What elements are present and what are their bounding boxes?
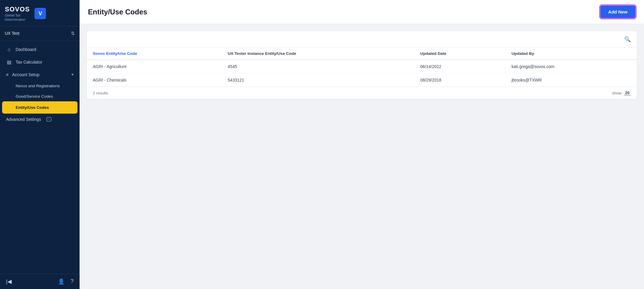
col-sovos-code[interactable]: Sovos Entity/Use Code [87,48,222,60]
cell-updated-date-0: 06/14/2022 [414,60,506,73]
header-row: Sovos Entity/Use Code UX Tester Instance… [87,48,637,60]
show-label: show [612,91,621,95]
account-setup-chevron: ▾ [71,72,74,77]
sidebar-item-nexus[interactable]: Nexus and Registrations [0,81,80,91]
sidebar-header: SOVOS Global TaxDetermination V [0,0,80,26]
sidebar-item-tax-calculator[interactable]: ▤ Tax Calculator [0,56,80,69]
dashboard-label: Dashboard [16,47,36,52]
footer-icons: 👤 ? [58,278,74,285]
sovos-logo: SOVOS Global TaxDetermination [5,5,30,22]
col-updated-by: Updated By [506,48,637,60]
sidebar-item-good-service-codes[interactable]: Good/Service Codes [0,91,80,102]
table-row[interactable]: AGRI - Chemicals 5433121 08/29/2018 jbro… [87,73,637,87]
home-icon: ⌂ [6,47,12,52]
content-area: 🔍 Sovos Entity/Use Code UX Tester Instan… [80,24,644,289]
account-setup-subnav: Nexus and Registrations Good/Service Cod… [0,81,80,113]
logo-tagline: Global TaxDetermination [5,13,30,22]
external-link-icon [47,117,51,121]
add-new-button[interactable]: Add New [600,5,636,18]
advanced-settings-label: Advanced Settings [6,117,41,122]
main-nav: ⌂ Dashboard ▤ Tax Calculator ≡ Account S… [0,41,80,274]
tenant-name: UX Test [5,31,20,36]
cell-instance-code-1: 5433121 [222,73,414,87]
sidebar-item-entity-use-codes[interactable]: Entity/Use Codes [3,102,77,113]
account-setup-label: Account Setup [12,72,68,77]
table-toolbar: 🔍 [87,31,637,48]
tax-calculator-label: Tax Calculator [16,60,42,64]
nexus-label: Nexus and Registrations [16,84,60,88]
entity-use-codes-label: Entity/Use Codes [16,105,49,110]
cell-sovos-code-0: AGRI - Agriculture [87,60,222,73]
table-footer: 2 results show 20 [87,87,637,99]
tenant-selector[interactable]: UX Test ⇅ [0,26,80,41]
page-title: Entity/Use Codes [88,8,147,16]
cell-updated-by-1: jbrooks@TXWR [506,73,637,87]
col-updated-date: Updated Date [414,48,506,60]
list-icon: ≡ [6,72,8,77]
help-icon[interactable]: ? [71,278,74,285]
table-row[interactable]: AGRI - Agriculture 4545 06/14/2022 kati.… [87,60,637,73]
sidebar-item-account-setup[interactable]: ≡ Account Setup ▾ [0,69,80,81]
show-value[interactable]: 20 [624,91,631,95]
main-content: Entity/Use Codes Add New 🔍 Sovos Entity/… [80,0,644,289]
col-instance-code: UX Tester Instance Entity/Use Code [222,48,414,60]
cell-sovos-code-1: AGRI - Chemicals [87,73,222,87]
cell-instance-code-0: 4545 [222,60,414,73]
search-button[interactable]: 🔍 [623,35,632,44]
table-header: Sovos Entity/Use Code UX Tester Instance… [87,48,637,60]
top-bar: Entity/Use Codes Add New [80,0,644,24]
show-control: show 20 [612,91,631,95]
sidebar: SOVOS Global TaxDetermination V UX Test … [0,0,80,289]
collapse-icon[interactable]: |◀ [6,278,12,285]
cell-updated-by-0: kati.grega@sovos.com [506,60,637,73]
results-count: 2 results [93,91,108,95]
user-icon[interactable]: 👤 [58,278,65,285]
cell-updated-date-1: 08/29/2018 [414,73,506,87]
entity-use-codes-table: Sovos Entity/Use Code UX Tester Instance… [87,48,637,87]
sidebar-footer: |◀ 👤 ? [0,274,80,289]
tenant-chevron: ⇅ [71,31,75,36]
sidebar-item-advanced-settings[interactable]: Advanced Settings [0,113,80,125]
calculator-icon: ▤ [6,59,12,65]
good-service-label: Good/Service Codes [16,94,53,99]
logo-text: SOVOS [5,5,30,13]
sidebar-item-dashboard[interactable]: ⌂ Dashboard [0,43,80,56]
search-icon: 🔍 [624,36,631,42]
vertex-badge: V [35,8,46,19]
table-card: 🔍 Sovos Entity/Use Code UX Tester Instan… [87,31,637,99]
table-body: AGRI - Agriculture 4545 06/14/2022 kati.… [87,60,637,87]
